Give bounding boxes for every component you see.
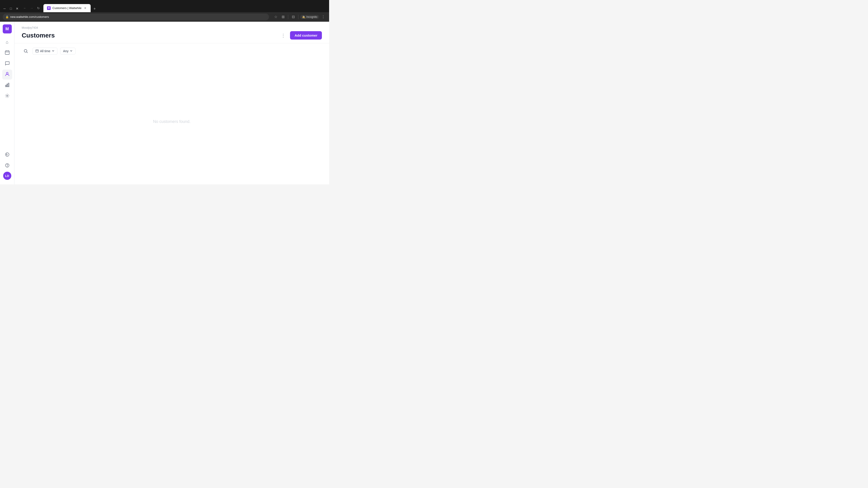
sidebar-item-analytics[interactable] xyxy=(2,80,12,90)
analytics-icon xyxy=(5,83,10,89)
calendar-icon xyxy=(5,50,10,56)
help-icon xyxy=(5,163,10,169)
svg-point-4 xyxy=(6,72,8,74)
tab-close-icon[interactable]: ✕ xyxy=(84,6,87,10)
svg-rect-7 xyxy=(8,83,9,87)
svg-rect-5 xyxy=(5,85,6,87)
svg-rect-6 xyxy=(7,84,8,87)
address-url: new.waitwhile.com/customers xyxy=(10,15,266,19)
profile-icon[interactable]: ⊟ xyxy=(290,14,296,20)
new-tab-button[interactable]: + xyxy=(92,6,98,12)
main-content: Moodjoy7434 Customers ⋮ Add customer xyxy=(14,22,329,184)
empty-state-message: No customers found. xyxy=(153,119,191,124)
svg-rect-0 xyxy=(5,51,9,55)
back-button[interactable]: ← xyxy=(22,5,28,11)
sidebar: M ⌂ xyxy=(0,22,14,184)
svg-line-13 xyxy=(27,52,28,53)
bookmark-icon[interactable]: ☆ xyxy=(273,14,279,20)
empty-state: No customers found. xyxy=(14,59,329,184)
extensions-icon[interactable]: ⊞ xyxy=(280,14,286,20)
customers-icon xyxy=(5,72,10,78)
lightning-icon xyxy=(5,152,10,158)
any-filter[interactable]: Any xyxy=(60,48,75,55)
sidebar-item-customers[interactable] xyxy=(2,70,12,79)
sidebar-item-help[interactable] xyxy=(2,161,12,171)
active-tab[interactable]: M Customers | Waitwhile ✕ xyxy=(43,4,91,12)
page-header: Moodjoy7434 Customers ⋮ Add customer xyxy=(14,22,329,43)
svg-point-8 xyxy=(6,95,8,96)
all-time-filter[interactable]: All time xyxy=(33,48,57,55)
tab-title: Customers | Waitwhile xyxy=(53,6,82,10)
incognito-badge: 🕵 Incognito xyxy=(300,15,319,19)
tab-favicon: M xyxy=(47,6,51,10)
sidebar-bottom: LD xyxy=(2,150,12,182)
maximize-button[interactable]: □ xyxy=(8,6,13,11)
home-icon: ⌂ xyxy=(6,39,8,45)
sidebar-item-home[interactable]: ⌂ xyxy=(2,37,12,47)
sidebar-item-settings[interactable] xyxy=(2,91,12,101)
add-customer-button[interactable]: Add customer xyxy=(290,31,322,39)
browser-more-button[interactable]: ⋮ xyxy=(320,14,327,20)
sidebar-nav: ⌂ xyxy=(2,35,12,150)
page-title: Customers xyxy=(22,32,55,39)
minimize-button[interactable]: ─ xyxy=(2,6,7,11)
user-avatar[interactable]: LD xyxy=(3,172,11,180)
sidebar-item-calendar[interactable] xyxy=(2,48,12,58)
all-time-label: All time xyxy=(40,49,51,53)
any-label: Any xyxy=(63,49,68,53)
any-chevron-icon xyxy=(70,49,72,53)
svg-rect-14 xyxy=(36,50,38,52)
all-time-chevron-icon xyxy=(52,49,55,53)
filters-row: All time Any xyxy=(14,43,329,59)
sidebar-item-messages[interactable] xyxy=(2,59,12,69)
breadcrumb: Moodjoy7434 xyxy=(22,26,322,29)
lock-icon: 🔒 xyxy=(5,15,9,19)
sidebar-item-lightning[interactable] xyxy=(2,150,12,160)
svg-point-12 xyxy=(24,50,27,52)
calendar-filter-icon xyxy=(35,49,39,53)
close-button[interactable]: ✕ xyxy=(14,6,20,11)
forward-button[interactable]: → xyxy=(29,5,35,11)
messages-icon xyxy=(5,61,10,67)
settings-icon xyxy=(5,93,10,99)
reload-button[interactable]: ↻ xyxy=(35,5,41,11)
sidebar-logo[interactable]: M xyxy=(3,24,12,33)
search-button[interactable] xyxy=(22,47,30,55)
more-options-button[interactable]: ⋮ xyxy=(279,31,287,39)
